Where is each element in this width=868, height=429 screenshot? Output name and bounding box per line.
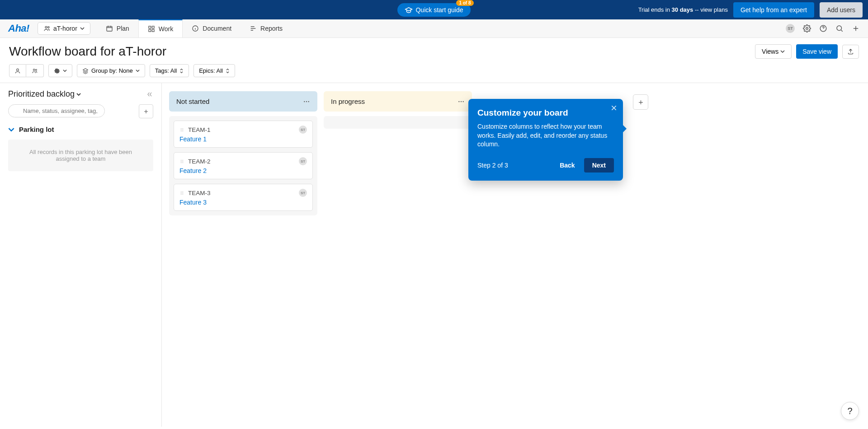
nav-right: ST: [786, 24, 860, 33]
plus-icon[interactable]: [852, 24, 860, 33]
views-dropdown[interactable]: Views: [755, 44, 792, 59]
svg-point-38: [461, 101, 462, 102]
svg-point-39: [462, 101, 463, 102]
settings-icon[interactable]: [803, 24, 811, 33]
svg-point-10: [837, 26, 842, 31]
help-float-button[interactable]: ?: [841, 402, 859, 420]
svg-point-33: [181, 192, 182, 193]
sidebar: Prioritized backlog Parking lot All reco…: [0, 83, 162, 427]
svg-point-27: [181, 161, 182, 162]
collapse-icon[interactable]: [146, 91, 153, 98]
layers-icon: [82, 68, 89, 74]
svg-point-26: [182, 159, 183, 160]
svg-point-24: [182, 131, 183, 131]
column-in-progress: In progress: [324, 91, 472, 129]
team-name: aT-horor: [53, 25, 77, 32]
drag-icon: [179, 127, 184, 132]
svg-rect-4: [152, 26, 154, 28]
card-team: TEAM-2: [188, 158, 211, 165]
team-filter-button[interactable]: [26, 64, 44, 77]
settings-button[interactable]: [48, 64, 72, 77]
trial-text[interactable]: Trial ends in 30 days -- view plans: [638, 6, 728, 13]
svg-point-21: [181, 129, 182, 130]
sidebar-title[interactable]: Prioritized backlog: [8, 89, 81, 99]
group-by-button[interactable]: Group by: None: [77, 64, 145, 77]
card-feature-link[interactable]: Feature 1: [179, 135, 207, 143]
svg-point-17: [306, 101, 307, 102]
quickstart-badge: 1 of 8: [456, 0, 473, 6]
column-body-empty[interactable]: [324, 116, 472, 129]
onboarding-popover: Customize your board Customize columns t…: [468, 99, 623, 181]
svg-point-31: [181, 191, 182, 192]
board-icon: [148, 25, 155, 33]
column-menu-icon[interactable]: [458, 98, 465, 105]
column-menu-icon[interactable]: [303, 98, 310, 105]
svg-rect-3: [149, 26, 151, 28]
close-icon[interactable]: [610, 104, 618, 112]
person-icon: [14, 68, 21, 74]
popover-body: Customize columns to reflect how your te…: [477, 122, 614, 149]
page-title: Workflow board for aT-horor: [9, 44, 166, 59]
svg-point-12: [33, 69, 35, 70]
svg-rect-2: [107, 26, 112, 31]
svg-point-1: [48, 27, 49, 28]
logo[interactable]: Aha!: [8, 23, 29, 34]
reports-icon: [250, 25, 257, 32]
tab-work[interactable]: Work: [138, 19, 183, 37]
card-avatar: ST: [299, 157, 307, 165]
svg-point-30: [182, 162, 183, 163]
epics-filter-button[interactable]: Epics: All: [193, 64, 235, 77]
next-button[interactable]: Next: [584, 158, 614, 173]
share-button[interactable]: [842, 45, 859, 59]
svg-rect-5: [149, 29, 151, 32]
column-not-started: Not started TEAM-1 ST Feature 1: [169, 91, 317, 215]
column-header-in-progress[interactable]: In progress: [324, 91, 472, 112]
add-backlog-button[interactable]: [139, 104, 153, 118]
svg-point-13: [35, 69, 37, 70]
tab-plan[interactable]: Plan: [97, 19, 138, 38]
team-selector[interactable]: aT-horor: [38, 22, 90, 35]
add-users-button[interactable]: Add users: [820, 2, 863, 18]
tags-filter-button[interactable]: Tags: All: [150, 64, 189, 77]
svg-rect-6: [152, 29, 154, 32]
svg-point-25: [181, 159, 182, 160]
add-column-button[interactable]: [633, 94, 648, 110]
svg-point-23: [181, 131, 182, 131]
svg-point-16: [304, 101, 305, 102]
svg-point-34: [182, 192, 183, 193]
backlog-search-input[interactable]: [8, 104, 105, 117]
user-avatar[interactable]: ST: [786, 24, 795, 33]
card-feature-link[interactable]: Feature 2: [179, 167, 207, 174]
column-header-not-started[interactable]: Not started: [169, 91, 317, 112]
help-icon[interactable]: [819, 24, 827, 33]
info-icon: [192, 25, 199, 32]
search-icon[interactable]: [835, 24, 844, 33]
back-button[interactable]: Back: [554, 158, 580, 173]
navbar: Aha! aT-horor Plan Work Document Reports…: [0, 19, 868, 38]
assignee-filter-button[interactable]: [9, 64, 26, 77]
share-icon: [847, 48, 854, 55]
graduation-cap-icon: [405, 6, 413, 14]
tab-reports[interactable]: Reports: [241, 19, 292, 38]
card[interactable]: TEAM-2 ST Feature 2: [174, 152, 313, 179]
parking-lot-header[interactable]: Parking lot: [8, 126, 153, 133]
svg-point-0: [45, 26, 47, 28]
chevron-down-icon: [136, 69, 140, 73]
save-view-button[interactable]: Save view: [796, 44, 838, 59]
svg-point-36: [182, 194, 183, 195]
tab-document[interactable]: Document: [183, 19, 241, 38]
drag-icon: [179, 191, 184, 196]
page-header: Workflow board for aT-horor Views Save v…: [0, 38, 868, 83]
svg-point-22: [182, 129, 183, 130]
drag-icon: [179, 159, 184, 164]
calendar-icon: [106, 25, 113, 32]
card[interactable]: TEAM-3 ST Feature 3: [174, 184, 313, 211]
card[interactable]: TEAM-1 ST Feature 1: [174, 121, 313, 148]
card-feature-link[interactable]: Feature 3: [179, 199, 207, 206]
quickstart-guide-button[interactable]: Quick start guide 1 of 8: [397, 3, 470, 17]
svg-point-11: [17, 69, 19, 71]
svg-point-37: [458, 101, 459, 102]
card-avatar: ST: [299, 126, 307, 134]
get-expert-button[interactable]: Get help from an expert: [733, 2, 814, 18]
chevron-down-icon: [780, 49, 785, 54]
